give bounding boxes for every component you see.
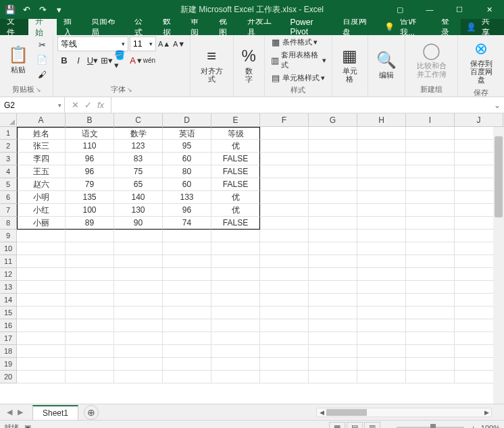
- compare-merge-button[interactable]: ◯ 比较和合并工作簿: [409, 36, 453, 83]
- cell[interactable]: 65: [114, 178, 163, 191]
- macro-record-icon[interactable]: ▣: [24, 423, 31, 428]
- border-button[interactable]: ⊞▾: [100, 53, 114, 67]
- cell[interactable]: [406, 242, 455, 255]
- close-button[interactable]: ✕: [474, 0, 504, 19]
- editing-button[interactable]: 🔍 编辑: [372, 36, 401, 93]
- cell[interactable]: [163, 358, 211, 371]
- maximize-button[interactable]: ☐: [445, 0, 474, 19]
- cell[interactable]: FALSE: [211, 217, 260, 230]
- cell[interactable]: [260, 165, 309, 178]
- cell[interactable]: FALSE: [211, 178, 260, 191]
- cell[interactable]: 96: [163, 204, 211, 217]
- cell[interactable]: [163, 306, 211, 319]
- cell[interactable]: [163, 242, 211, 255]
- cell[interactable]: [406, 165, 455, 178]
- cell[interactable]: [309, 191, 357, 204]
- cell[interactable]: [66, 306, 114, 319]
- cell[interactable]: [357, 242, 406, 255]
- cell[interactable]: 优: [211, 204, 260, 217]
- cell[interactable]: [163, 255, 211, 268]
- cell[interactable]: [309, 230, 357, 242]
- tab-data[interactable]: 数据: [156, 19, 184, 35]
- cell[interactable]: 90: [114, 217, 163, 230]
- cell[interactable]: FALSE: [211, 165, 260, 178]
- col-header[interactable]: I: [406, 113, 455, 126]
- share-button[interactable]: 👤 共享: [461, 19, 504, 35]
- cell[interactable]: [357, 230, 406, 242]
- tab-insert[interactable]: 插入: [57, 19, 85, 35]
- cell[interactable]: [260, 191, 309, 204]
- increase-font-icon[interactable]: A▲: [157, 37, 171, 51]
- cell[interactable]: [357, 178, 406, 191]
- fx-icon[interactable]: fx: [97, 100, 104, 110]
- row-header[interactable]: 6: [0, 191, 17, 204]
- cell[interactable]: [406, 230, 455, 242]
- cell[interactable]: [260, 178, 309, 191]
- cell[interactable]: [66, 242, 114, 255]
- row-header[interactable]: 14: [0, 294, 17, 306]
- name-box-input[interactable]: [0, 101, 55, 110]
- font-name-dropdown[interactable]: ▾: [57, 36, 128, 51]
- cell[interactable]: [309, 153, 357, 165]
- zoom-out-icon[interactable]: −: [386, 424, 390, 429]
- cell[interactable]: [66, 230, 114, 242]
- cell[interactable]: [17, 268, 66, 281]
- cell[interactable]: [114, 332, 163, 345]
- cell[interactable]: 英语: [163, 127, 211, 140]
- cell[interactable]: 小明: [17, 191, 66, 204]
- cell[interactable]: [163, 281, 211, 294]
- cell[interactable]: 语文: [66, 127, 114, 140]
- cell[interactable]: [66, 345, 114, 358]
- cell[interactable]: [357, 294, 406, 306]
- tab-review[interactable]: 审阅: [184, 19, 212, 35]
- row-header[interactable]: 20: [0, 371, 17, 383]
- cell[interactable]: [211, 268, 260, 281]
- cell[interactable]: [66, 319, 114, 332]
- cell[interactable]: [114, 358, 163, 371]
- cell[interactable]: [66, 268, 114, 281]
- sheet-tab[interactable]: Sheet1: [32, 405, 78, 420]
- save-icon[interactable]: 💾: [3, 2, 18, 17]
- decrease-font-icon[interactable]: A▼: [172, 37, 186, 51]
- scroll-thumb[interactable]: [326, 409, 367, 416]
- row-header[interactable]: 12: [0, 268, 17, 281]
- cell[interactable]: 110: [66, 140, 114, 153]
- tab-dev[interactable]: 开发工具: [241, 19, 284, 35]
- horizontal-scrollbar[interactable]: ◀ ▶: [316, 408, 492, 417]
- cell[interactable]: [260, 153, 309, 165]
- cell[interactable]: [66, 358, 114, 371]
- font-color-button[interactable]: A▾: [128, 53, 142, 67]
- cell[interactable]: [17, 242, 66, 255]
- cell[interactable]: [309, 140, 357, 153]
- cell[interactable]: [309, 281, 357, 294]
- bold-button[interactable]: B: [57, 53, 71, 67]
- cell[interactable]: [406, 191, 455, 204]
- row-header[interactable]: 2: [0, 140, 17, 153]
- cut-icon[interactable]: ✂: [35, 38, 49, 52]
- cell[interactable]: [114, 345, 163, 358]
- cell[interactable]: [406, 204, 455, 217]
- cell[interactable]: 96: [66, 153, 114, 165]
- copy-icon[interactable]: 📄: [35, 53, 49, 67]
- cell[interactable]: [163, 230, 211, 242]
- cell[interactable]: 赵六: [17, 178, 66, 191]
- cell[interactable]: [260, 255, 309, 268]
- cell[interactable]: [309, 294, 357, 306]
- number-button[interactable]: % 数字: [238, 36, 260, 93]
- cell-style-button[interactable]: ▤单元格样式 ▾: [269, 72, 328, 84]
- cell[interactable]: [260, 332, 309, 345]
- cell[interactable]: [114, 319, 163, 332]
- zoom-in-icon[interactable]: +: [471, 424, 475, 429]
- cell[interactable]: [309, 255, 357, 268]
- cell[interactable]: [260, 306, 309, 319]
- cell[interactable]: 135: [66, 191, 114, 204]
- cell[interactable]: [17, 230, 66, 242]
- cell[interactable]: [309, 204, 357, 217]
- cell[interactable]: [406, 319, 455, 332]
- row-header[interactable]: 5: [0, 178, 17, 191]
- formula-input[interactable]: [111, 97, 490, 113]
- cell[interactable]: 133: [163, 191, 211, 204]
- cell[interactable]: 小红: [17, 204, 66, 217]
- undo-icon[interactable]: ↶: [19, 2, 34, 17]
- cell[interactable]: [260, 242, 309, 255]
